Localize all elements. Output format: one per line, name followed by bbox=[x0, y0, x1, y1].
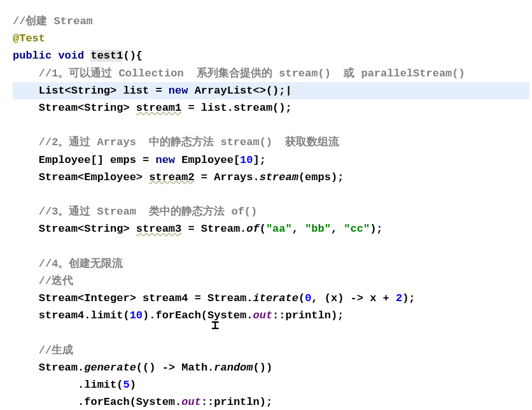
code-line: //创建 Stream bbox=[13, 13, 529, 30]
code-text: = bbox=[149, 85, 169, 97]
variable: list bbox=[123, 85, 149, 97]
code-text: ); bbox=[402, 292, 415, 304]
code-text: = Stream. bbox=[181, 223, 246, 235]
keyword: void bbox=[58, 50, 84, 62]
code-editor-pane: //创建 Stream @Test public void test1(){ /… bbox=[0, 0, 532, 410]
code-line: .forEach(System.out::println); bbox=[13, 393, 529, 410]
code-line: Stream<Integer> stream4 = Stream.iterate… bbox=[13, 290, 529, 307]
code-line: Employee[] emps = new Employee[10]; bbox=[13, 152, 529, 169]
comment-text: //4。创建无限流 bbox=[39, 258, 123, 270]
code-text: Employee[] emps = bbox=[39, 154, 156, 166]
code-text: = list.stream(); bbox=[181, 102, 291, 114]
code-text: , (x) -> x + bbox=[311, 292, 396, 304]
variable: stream1 bbox=[136, 102, 181, 114]
code-text: (){ bbox=[123, 50, 143, 62]
code-line: Stream.generate(() -> Math.random()) bbox=[13, 359, 529, 376]
code-line: public void test1(){ bbox=[13, 47, 529, 64]
code-text: .forEach(System. bbox=[78, 396, 181, 408]
code-text: ArrayList<>(); bbox=[188, 85, 285, 97]
number-literal: 2 bbox=[396, 292, 402, 304]
code-text: ( bbox=[260, 223, 266, 235]
code-line: //迭代 bbox=[13, 272, 529, 290]
code-line: //2。通过 Arrays 中的静态方法 stream() 获取数组流 bbox=[13, 134, 529, 151]
code-text: , bbox=[331, 223, 344, 235]
static-method: generate bbox=[84, 362, 136, 374]
code-text: Employee[ bbox=[175, 154, 240, 166]
code-text: ( bbox=[298, 292, 305, 304]
static-field: out bbox=[253, 309, 272, 322]
number-literal: 10 bbox=[130, 309, 143, 322]
code-text: ).forEach(System. bbox=[143, 309, 253, 322]
code-line: .limit(5) bbox=[13, 376, 529, 393]
keyword: new bbox=[155, 154, 175, 166]
code-text: List<String> bbox=[39, 85, 123, 97]
code-text: = Arrays. bbox=[195, 171, 260, 183]
code-text: Stream<Integer> bbox=[39, 292, 143, 304]
code-line: Stream<String> stream1 = list.stream(); bbox=[13, 99, 529, 117]
code-text: .limit( bbox=[78, 379, 123, 391]
blank-line bbox=[13, 237, 529, 255]
code-text: Stream<String> bbox=[39, 223, 136, 235]
code-line: stream4.limit(10).forEach(System.out::pr… bbox=[13, 307, 529, 324]
static-method: stream bbox=[260, 171, 298, 183]
keyword: new bbox=[169, 85, 188, 97]
text-caret: | bbox=[286, 82, 292, 99]
code-text: ]; bbox=[253, 154, 266, 166]
code-text: ()) bbox=[253, 362, 273, 374]
string-literal: "cc" bbox=[344, 223, 370, 235]
code-line: Stream<Employee> stream2 = Arrays.stream… bbox=[13, 169, 529, 186]
code-text: , bbox=[292, 223, 305, 235]
blank-line bbox=[13, 324, 529, 341]
code-line: //1。可以通过 Collection 系列集合提供的 stream() 或 p… bbox=[13, 65, 529, 82]
variable: stream3 bbox=[136, 223, 181, 235]
comment-text: //1。可以通过 Collection 系列集合提供的 stream() 或 p… bbox=[39, 67, 465, 80]
keyword: public bbox=[13, 50, 52, 62]
code-line: @Test bbox=[13, 30, 529, 47]
code-text: ::println); bbox=[201, 396, 272, 408]
blank-line bbox=[13, 117, 529, 134]
comment-text: //生成 bbox=[39, 344, 73, 357]
code-line: //3。通过 Stream 类中的静态方法 of() bbox=[13, 203, 529, 220]
comment-text: //2。通过 Arrays 中的静态方法 stream() 获取数组流 bbox=[39, 136, 340, 148]
static-method: of bbox=[246, 223, 259, 235]
code-line: Stream<String> stream3 = Stream.of("aa",… bbox=[13, 220, 529, 237]
code-text: = Stream. bbox=[188, 292, 253, 304]
comment-text: //迭代 bbox=[39, 275, 73, 287]
number-literal: 10 bbox=[240, 154, 253, 166]
variable: stream4 bbox=[143, 292, 188, 304]
string-literal: "bb" bbox=[305, 223, 331, 235]
static-field: out bbox=[181, 396, 201, 408]
number-literal: 5 bbox=[123, 379, 129, 391]
blank-line bbox=[13, 186, 529, 203]
string-literal: "aa" bbox=[266, 223, 292, 235]
code-line-active: List<String> list = new ArrayList<>();| bbox=[13, 82, 529, 99]
code-text: (() -> Math. bbox=[136, 362, 214, 374]
annotation-text: @Test bbox=[13, 32, 45, 45]
code-text: Stream. bbox=[39, 362, 84, 374]
static-method: iterate bbox=[253, 292, 298, 304]
variable: stream2 bbox=[149, 171, 194, 183]
code-text: ::println); bbox=[272, 309, 344, 322]
code-text: ) bbox=[130, 379, 136, 391]
method-name: test1 bbox=[90, 50, 123, 62]
code-text: (emps); bbox=[298, 171, 344, 183]
code-text: Stream<String> bbox=[39, 102, 136, 114]
number-literal: 0 bbox=[305, 292, 311, 304]
ibeam-cursor-icon: ⌶ bbox=[211, 316, 219, 336]
code-text: Stream<Employee> bbox=[39, 171, 149, 183]
comment-text: //创建 Stream bbox=[13, 15, 93, 27]
code-line: //生成 bbox=[13, 342, 529, 359]
static-method: random bbox=[214, 362, 253, 374]
code-text: ); bbox=[370, 223, 382, 235]
code-text: stream4.limit( bbox=[39, 309, 130, 322]
comment-text: //3。通过 Stream 类中的静态方法 of() bbox=[39, 206, 257, 218]
code-line: //4。创建无限流 bbox=[13, 255, 529, 272]
